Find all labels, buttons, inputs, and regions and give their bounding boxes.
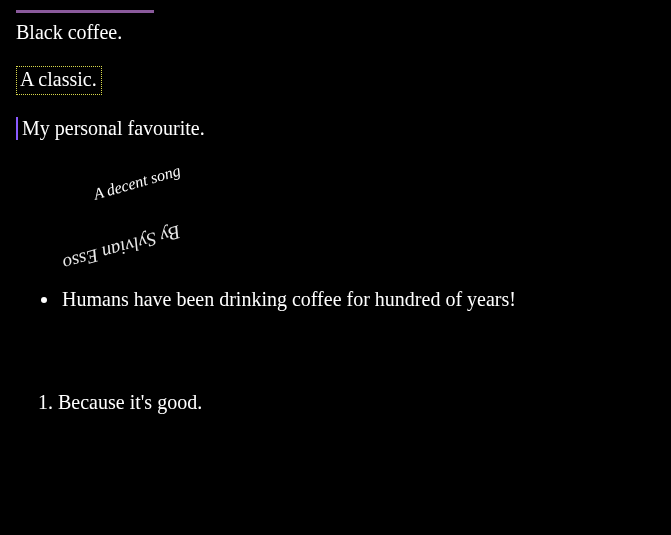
rotated-line-a: A decent song	[92, 162, 183, 204]
line-classic: A classic.	[16, 66, 102, 95]
line-favourite: My personal favourite.	[16, 117, 655, 140]
list-item: Humans have been drinking coffee for hun…	[60, 288, 655, 311]
bullet-list: Humans have been drinking coffee for hun…	[16, 288, 655, 311]
rotated-text-block: A decent song By Sylvian Esso	[22, 150, 655, 260]
top-rule	[16, 10, 154, 13]
ordered-list: Because it's good.	[16, 391, 655, 414]
line-black-coffee: Black coffee.	[16, 21, 655, 44]
rotated-line-b: By Sylvian Esso	[60, 220, 183, 275]
line-classic-wrap: A classic.	[16, 66, 655, 117]
list-item: Because it's good.	[58, 391, 655, 414]
